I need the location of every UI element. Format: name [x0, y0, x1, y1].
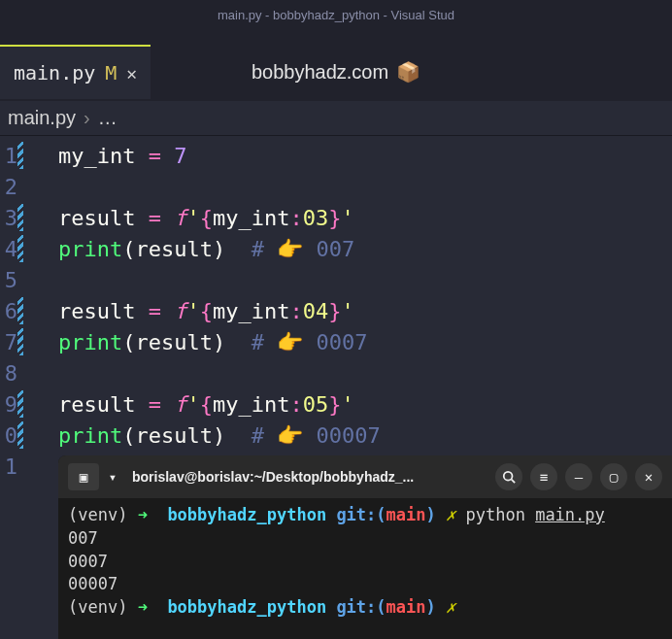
terminal-window: ▣ ▾ borislav@borislav:~/Desktop/bobbyhad…: [58, 455, 672, 639]
code-content[interactable]: result = f'{my_int:05}': [23, 392, 354, 417]
line-number: 4: [0, 237, 17, 261]
terminal-line: (venv) ➜ bobbyhadz_python git:(main) ✗: [68, 596, 662, 620]
breadcrumb[interactable]: main.py › …: [0, 101, 672, 136]
svg-point-0: [504, 472, 513, 481]
tab-main-py[interactable]: main.py M ✕: [0, 45, 151, 99]
svg-line-1: [512, 480, 516, 484]
line-number: 1: [0, 454, 17, 479]
code-content[interactable]: my_int = 7: [23, 144, 186, 168]
terminal-line: 007: [68, 527, 662, 551]
maximize-icon[interactable]: ▢: [600, 463, 627, 490]
menu-icon[interactable]: ≡: [530, 463, 557, 490]
terminal-new-tab[interactable]: ▣ ▾: [68, 463, 122, 490]
terminal-controls: ≡ — ▢ ✕: [495, 463, 662, 490]
code-line[interactable]: 3result = f'{my_int:03}': [0, 202, 672, 233]
gutter-modified-marker: [17, 359, 23, 387]
terminal-line: (venv) ➜ bobbyhadz_python git:(main) ✗ p…: [68, 504, 662, 527]
code-line[interactable]: 9result = f'{my_int:05}': [0, 388, 672, 420]
code-editor[interactable]: 1my_int = 723result = f'{my_int:03}'4pri…: [0, 136, 672, 482]
code-line[interactable]: 5: [0, 264, 672, 295]
gutter-modified-marker: [17, 266, 23, 293]
search-icon[interactable]: [495, 463, 522, 490]
tabs-row: main.py M ✕ bobbyhadz.com 📦: [0, 29, 672, 101]
line-number: 3: [0, 206, 17, 230]
gutter-modified-marker: [17, 453, 23, 480]
code-line[interactable]: 4print(result) # 👉 007: [0, 233, 672, 264]
line-number: 6: [0, 299, 17, 323]
close-icon[interactable]: ✕: [126, 63, 137, 84]
code-content[interactable]: result = f'{my_int:04}': [23, 299, 354, 323]
chevron-right-icon: ›: [84, 107, 90, 129]
code-line[interactable]: 2: [0, 171, 672, 202]
overlay-text: bobbyhadz.com 📦: [252, 60, 420, 84]
line-number: 9: [0, 392, 17, 417]
line-number: 7: [0, 330, 17, 354]
minimize-icon[interactable]: —: [565, 463, 592, 490]
overlay-domain: bobbyhadz.com: [252, 61, 388, 84]
title-bar: main.py - bobbyhadz_python - Visual Stud: [0, 0, 672, 29]
terminal-body[interactable]: (venv) ➜ bobbyhadz_python git:(main) ✗ p…: [58, 498, 672, 639]
tab-filename: main.py: [14, 61, 95, 84]
close-icon[interactable]: ✕: [635, 463, 662, 490]
terminal-line: 0007: [68, 551, 662, 574]
code-line[interactable]: 8: [0, 357, 672, 388]
package-icon: 📦: [396, 60, 420, 84]
line-number: 0: [0, 423, 17, 448]
terminal-title: borislav@borislav:~/Desktop/bobbyhadz_..…: [132, 469, 486, 485]
gutter-modified-marker: [17, 173, 23, 200]
code-line[interactable]: 1my_int = 7: [0, 140, 672, 171]
breadcrumb-rest[interactable]: …: [98, 107, 118, 129]
new-tab-icon[interactable]: ▣: [68, 463, 99, 490]
code-line[interactable]: 0print(result) # 👉 00007: [0, 420, 672, 451]
code-line[interactable]: 7print(result) # 👉 0007: [0, 326, 672, 357]
code-content[interactable]: print(result) # 👉 0007: [23, 330, 367, 354]
code-content[interactable]: result = f'{my_int:03}': [23, 206, 354, 230]
terminal-header: ▣ ▾ borislav@borislav:~/Desktop/bobbyhad…: [58, 455, 672, 498]
line-number: 5: [0, 268, 17, 292]
code-content[interactable]: print(result) # 👉 007: [23, 237, 354, 261]
line-number: 8: [0, 361, 17, 386]
line-number: 1: [0, 144, 17, 168]
chevron-down-icon[interactable]: ▾: [103, 463, 122, 490]
line-number: 2: [0, 175, 17, 199]
terminal-line: 00007: [68, 573, 662, 596]
code-line[interactable]: 6result = f'{my_int:04}': [0, 295, 672, 326]
code-content[interactable]: print(result) # 👉 00007: [23, 423, 381, 448]
breadcrumb-file[interactable]: main.py: [8, 107, 76, 129]
window-title: main.py - bobbyhadz_python - Visual Stud: [218, 8, 454, 22]
tab-modified-indicator: M: [105, 61, 117, 84]
